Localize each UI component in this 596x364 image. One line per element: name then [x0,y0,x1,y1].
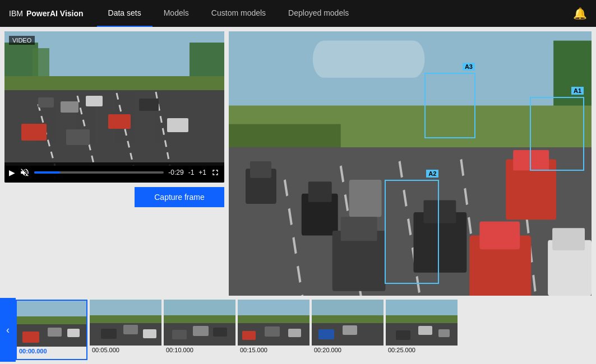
svg-rect-63 [90,300,161,315]
svg-rect-19 [313,41,425,78]
nav-tab-datasets[interactable]: Data sets [97,0,153,27]
svg-rect-39 [552,228,585,250]
nav-tab-custom-models[interactable]: Custom models [200,0,277,27]
svg-rect-96 [438,329,450,337]
filmstrip-prev-button[interactable]: ‹ [0,298,16,362]
svg-rect-33 [349,180,382,217]
filmstrip-time-4: 00:20.000 [312,346,384,354]
svg-rect-30 [250,161,271,178]
filmstrip-time-2: 00:10.000 [164,346,235,354]
svg-rect-88 [343,325,357,335]
time-display: -0:29 [168,169,183,176]
filmstrip-thumb-0[interactable]: 00:00.000 [16,300,87,360]
svg-rect-10 [38,97,54,108]
svg-rect-67 [123,325,138,334]
svg-rect-70 [164,300,235,315]
svg-rect-35 [479,222,520,250]
bbox-a1[interactable]: A1 [530,97,584,171]
bbox-a3[interactable]: A3 [424,73,475,138]
svg-rect-95 [418,326,432,335]
svg-rect-43 [341,217,377,241]
svg-rect-66 [101,329,117,339]
svg-rect-73 [172,330,187,339]
svg-rect-3 [33,48,49,76]
svg-rect-60 [48,328,62,337]
svg-rect-11 [61,101,78,113]
filmstrip-thumb-1[interactable]: 00:05.000 [90,300,161,360]
svg-rect-80 [242,331,256,340]
video-controls: ▶ -0:29 -1 +1 [4,162,224,183]
filmstrip-thumb-4[interactable]: 00:20.000 [312,300,384,360]
mute-button[interactable] [20,167,30,178]
fullscreen-button[interactable] [211,168,220,177]
svg-rect-94 [396,330,410,340]
filmstrip-time-3: 00:15.000 [238,346,309,354]
filmstrip: ‹ 00:00.000 [0,296,596,364]
filmstrip-thumb-2[interactable]: 00:10.000 [164,300,235,360]
svg-rect-12 [86,96,103,106]
svg-rect-77 [238,300,309,315]
svg-rect-84 [312,300,384,315]
annotation-background: A3 A1 A2 [229,31,592,328]
svg-rect-59 [22,332,39,343]
bbox-label-a2: A2 [426,170,438,178]
svg-rect-15 [167,118,188,132]
filmstrip-time-5: 00:25.000 [386,346,458,354]
filmstrip-thumb-5[interactable]: 00:25.000 [386,300,458,360]
filmstrip-thumbnails: 00:00.000 00:05.000 [16,300,596,360]
svg-rect-89 [363,328,376,336]
svg-rect-91 [386,300,458,315]
bbox-a2[interactable]: A2 [385,180,439,284]
svg-rect-74 [193,326,209,336]
nav-tabs: Data sets Models Custom models Deployed … [97,0,573,27]
step-back-button[interactable]: -1 [188,169,195,176]
video-player: VIDEO [4,31,224,183]
nav-tab-models[interactable]: Models [153,0,200,27]
svg-rect-16 [21,124,47,141]
ibm-text: IBM [9,9,23,18]
annotation-canvas[interactable]: A3 A1 A2 [229,31,592,328]
bbox-label-a1: A1 [571,87,584,95]
bbox-label-a3: A3 [463,63,475,71]
brand: IBM PowerAI Vision [9,9,84,18]
svg-rect-32 [308,181,332,202]
progress-fill [34,171,60,174]
svg-rect-82 [288,329,301,337]
svg-rect-2 [190,43,224,82]
svg-rect-81 [265,326,280,337]
svg-rect-56 [17,301,86,316]
filmstrip-time-0: 00:00.000 [17,347,86,356]
filmstrip-thumb-3[interactable]: 00:15.000 [238,300,309,360]
svg-rect-87 [318,329,334,339]
svg-rect-68 [143,329,156,338]
progress-bar[interactable] [34,171,164,174]
nav-tab-deployed-models[interactable]: Deployed models [277,0,360,27]
step-forward-button[interactable]: +1 [198,169,206,176]
svg-rect-75 [213,328,227,337]
capture-frame-button[interactable]: Capture frame [135,187,224,207]
video-label: VIDEO [9,36,35,45]
play-button[interactable]: ▶ [9,168,15,177]
svg-rect-13 [108,114,131,129]
video-scene [4,31,224,166]
svg-rect-61 [67,329,80,337]
svg-rect-17 [66,129,90,145]
svg-rect-14 [139,99,159,111]
filmstrip-time-1: 00:05.000 [90,346,161,354]
notification-bell-icon[interactable]: 🔔 [573,7,587,20]
powerai-text: PowerAI Vision [26,9,84,18]
header: IBM PowerAI Vision Data sets Models Cust… [0,0,596,27]
